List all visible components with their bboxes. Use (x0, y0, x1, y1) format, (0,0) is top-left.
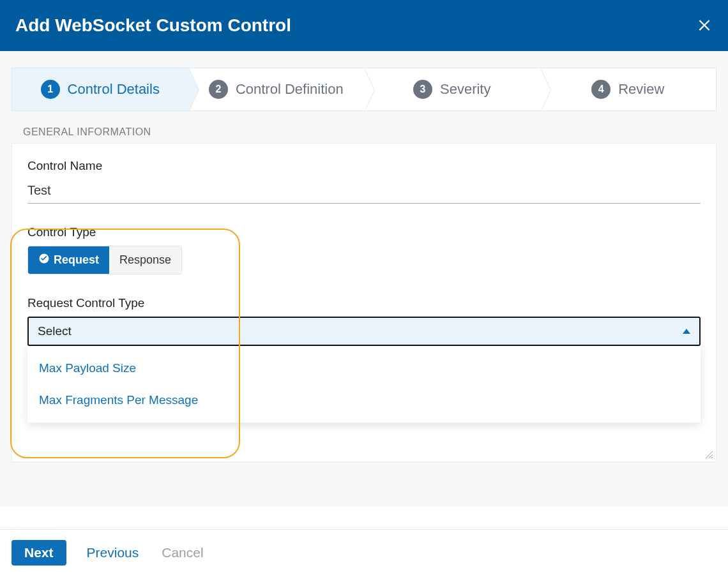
resize-handle-icon[interactable] (703, 449, 713, 459)
svg-line-3 (711, 457, 713, 458)
step-control-definition[interactable]: 2 Control Definition (188, 68, 365, 110)
control-type-request-label: Request (54, 253, 99, 267)
control-type-response[interactable]: Response (109, 246, 181, 274)
modal-header: Add WebSocket Custom Control (0, 0, 728, 51)
next-button-label: Next (24, 545, 54, 560)
step-badge: 4 (591, 80, 610, 99)
control-type-response-label: Response (119, 253, 171, 267)
step-badge: 3 (413, 80, 432, 99)
close-icon (696, 24, 713, 34)
control-name-input[interactable] (27, 179, 701, 204)
request-control-type-select[interactable]: Select (27, 317, 701, 346)
step-label: Control Definition (236, 81, 344, 98)
request-control-type-label: Request Control Type (27, 296, 701, 310)
request-control-type-dropdown: Max Payload Size Max Fragments Per Messa… (27, 346, 701, 423)
section-heading: GENERAL INFORMATION (23, 126, 717, 138)
general-info-panel: Control Name Control Type Request Respon… (11, 143, 717, 462)
stepper: 1 Control Details 2 Control Definition 3… (11, 68, 717, 111)
previous-button[interactable]: Previous (84, 540, 142, 566)
step-badge: 2 (209, 80, 228, 99)
step-label: Control Details (68, 81, 160, 98)
cancel-button-label: Cancel (162, 545, 203, 560)
close-button[interactable] (696, 16, 713, 35)
step-control-details[interactable]: 1 Control Details (12, 68, 188, 110)
step-badge: 1 (41, 80, 60, 99)
cancel-button[interactable]: Cancel (159, 540, 206, 566)
check-circle-icon (38, 253, 50, 267)
footer: Next Previous Cancel (0, 529, 728, 577)
select-placeholder: Select (38, 324, 72, 338)
previous-button-label: Previous (87, 545, 139, 560)
svg-line-1 (706, 451, 713, 458)
step-label: Severity (440, 81, 490, 98)
dropdown-item-max-fragments[interactable]: Max Fragments Per Message (27, 384, 701, 416)
control-type-toggle: Request Response (27, 246, 182, 274)
caret-up-icon (683, 329, 690, 334)
control-type-request[interactable]: Request (28, 246, 109, 274)
step-severity[interactable]: 3 Severity (364, 68, 540, 110)
step-label: Review (618, 81, 664, 98)
next-button[interactable]: Next (11, 540, 66, 566)
step-review[interactable]: 4 Review (540, 68, 717, 110)
control-name-label: Control Name (27, 159, 701, 173)
content-area: 1 Control Details 2 Control Definition 3… (0, 51, 728, 507)
modal-title: Add WebSocket Custom Control (15, 15, 291, 36)
dropdown-item-max-payload-size[interactable]: Max Payload Size (27, 352, 701, 384)
control-type-label: Control Type (27, 225, 701, 239)
